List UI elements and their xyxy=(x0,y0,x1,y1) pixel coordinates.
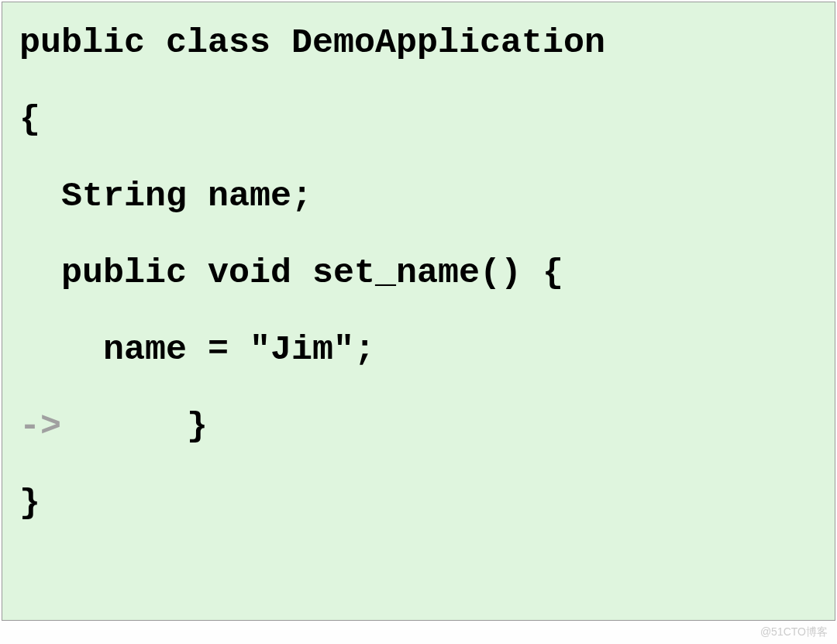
code-line: String name; xyxy=(19,179,818,214)
code-line: } xyxy=(19,486,818,521)
code-line: -> } xyxy=(19,409,818,444)
code-text: { xyxy=(19,100,40,139)
code-text: public void set_name() { xyxy=(19,253,563,293)
code-line: { xyxy=(19,102,818,137)
code-line: public class DemoApplication xyxy=(19,26,818,60)
gutter: -> xyxy=(19,407,61,446)
code-text: name = "Jim"; xyxy=(19,330,375,370)
watermark: @51CTO博客 xyxy=(760,625,828,639)
code-line: name = "Jim"; xyxy=(19,332,818,367)
code-line: public void set_name() { xyxy=(19,256,818,291)
code-text: } xyxy=(19,484,40,523)
code-text: public class DemoApplication xyxy=(19,23,605,63)
code-block: public class DemoApplication { String na… xyxy=(2,2,835,621)
code-text: } xyxy=(61,407,208,446)
code-text: String name; xyxy=(19,177,312,216)
